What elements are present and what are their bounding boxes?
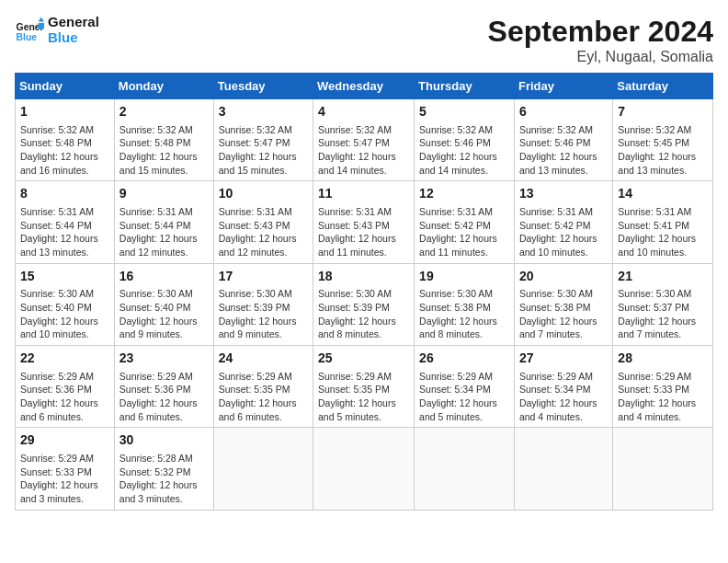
day-number: 1: [20, 103, 109, 121]
day-number: 26: [419, 350, 509, 368]
day-info-line: Sunrise: 5:29 AM: [419, 370, 509, 384]
day-info-line: Sunset: 5:43 PM: [219, 219, 308, 233]
day-number: 14: [618, 185, 708, 203]
svg-marker-3: [39, 23, 44, 29]
day-number: 10: [219, 185, 308, 203]
day-info-line: and 13 minutes.: [20, 246, 109, 259]
day-info-line: and 14 minutes.: [318, 164, 409, 178]
day-info-line: Daylight: 12 hours: [318, 315, 409, 328]
day-info-line: Sunrise: 5:29 AM: [20, 370, 109, 384]
calendar-cell: 14Sunrise: 5:31 AMSunset: 5:41 PMDayligh…: [613, 181, 713, 263]
calendar-cell: 24Sunrise: 5:29 AMSunset: 5:35 PMDayligh…: [213, 346, 313, 428]
calendar-subtitle: Eyl, Nugaal, Somalia: [488, 49, 713, 65]
day-info-line: Sunrise: 5:31 AM: [318, 205, 409, 219]
day-info-line: and 12 minutes.: [119, 246, 209, 259]
day-info-line: Daylight: 12 hours: [219, 315, 308, 328]
day-number: 11: [318, 185, 409, 203]
day-info-line: and 13 minutes.: [618, 164, 708, 178]
calendar-cell: 4Sunrise: 5:32 AMSunset: 5:47 PMDaylight…: [313, 99, 415, 181]
calendar-cell: 5Sunrise: 5:32 AMSunset: 5:46 PMDaylight…: [415, 99, 515, 181]
logo-icon: General Blue: [15, 16, 44, 45]
calendar-cell: 16Sunrise: 5:30 AMSunset: 5:40 PMDayligh…: [114, 263, 213, 345]
day-info-line: Sunrise: 5:32 AM: [219, 123, 308, 137]
day-number: 18: [318, 268, 409, 286]
day-info-line: and 7 minutes.: [519, 327, 608, 341]
day-info-line: Daylight: 12 hours: [20, 478, 109, 492]
day-info-line: Daylight: 12 hours: [618, 150, 708, 164]
day-info-line: and 12 minutes.: [219, 246, 308, 259]
day-info-line: Sunset: 5:42 PM: [519, 219, 608, 233]
day-number: 23: [119, 350, 209, 368]
day-info-line: and 10 minutes.: [618, 246, 708, 259]
calendar-cell: 12Sunrise: 5:31 AMSunset: 5:42 PMDayligh…: [415, 181, 515, 263]
day-info-line: Daylight: 12 hours: [119, 150, 209, 164]
day-info-line: Sunset: 5:48 PM: [119, 136, 209, 150]
day-info-line: Sunrise: 5:31 AM: [618, 205, 708, 219]
day-info-line: Daylight: 12 hours: [519, 150, 608, 164]
calendar-cell: 22Sunrise: 5:29 AMSunset: 5:36 PMDayligh…: [16, 346, 115, 428]
day-info-line: Sunrise: 5:32 AM: [318, 123, 409, 137]
day-info-line: and 9 minutes.: [119, 327, 209, 341]
day-number: 22: [20, 350, 109, 368]
day-info-line: and 10 minutes.: [20, 327, 109, 341]
day-info-line: and 4 minutes.: [618, 410, 708, 424]
day-info-line: Sunset: 5:47 PM: [318, 136, 409, 150]
day-info-line: Daylight: 12 hours: [119, 232, 209, 246]
day-info-line: and 5 minutes.: [318, 410, 409, 424]
day-number: 29: [20, 431, 109, 450]
day-info-line: and 6 minutes.: [20, 410, 109, 424]
calendar-cell: 10Sunrise: 5:31 AMSunset: 5:43 PMDayligh…: [213, 181, 313, 263]
day-info-line: Sunrise: 5:32 AM: [419, 123, 509, 137]
day-info-line: Daylight: 12 hours: [419, 150, 509, 164]
day-number: 15: [20, 268, 109, 286]
calendar-week-row: 1Sunrise: 5:32 AMSunset: 5:48 PMDaylight…: [16, 99, 713, 181]
day-info-line: Sunrise: 5:30 AM: [618, 287, 708, 301]
calendar-week-row: 29Sunrise: 5:29 AMSunset: 5:33 PMDayligh…: [16, 428, 713, 510]
day-info-line: Daylight: 12 hours: [119, 315, 209, 328]
day-number: 24: [219, 350, 308, 368]
calendar-week-row: 22Sunrise: 5:29 AMSunset: 5:36 PMDayligh…: [16, 346, 713, 428]
header-day: Tuesday: [213, 74, 313, 99]
calendar-table: SundayMondayTuesdayWednesdayThursdayFrid…: [15, 73, 713, 511]
day-info-line: Sunset: 5:36 PM: [20, 383, 109, 396]
calendar-cell: 25Sunrise: 5:29 AMSunset: 5:35 PMDayligh…: [313, 346, 415, 428]
day-info-line: and 10 minutes.: [519, 246, 608, 259]
header-day: Saturday: [613, 74, 713, 99]
header-day: Friday: [514, 74, 612, 99]
day-info-line: Sunrise: 5:29 AM: [318, 370, 409, 384]
day-info-line: Sunrise: 5:31 AM: [219, 205, 308, 219]
day-info-line: and 15 minutes.: [219, 164, 308, 178]
calendar-cell: 6Sunrise: 5:32 AMSunset: 5:46 PMDaylight…: [514, 99, 612, 181]
day-info-line: Sunset: 5:38 PM: [519, 301, 608, 315]
calendar-cell: 29Sunrise: 5:29 AMSunset: 5:33 PMDayligh…: [16, 428, 115, 510]
day-number: 4: [318, 103, 409, 121]
day-info-line: Daylight: 12 hours: [618, 232, 708, 246]
day-info-line: Daylight: 12 hours: [20, 315, 109, 328]
day-info-line: Sunrise: 5:29 AM: [618, 370, 708, 384]
calendar-cell: 23Sunrise: 5:29 AMSunset: 5:36 PMDayligh…: [114, 346, 213, 428]
svg-marker-2: [39, 17, 44, 21]
svg-text:Blue: Blue: [17, 32, 38, 42]
day-info-line: Sunrise: 5:32 AM: [20, 123, 109, 137]
calendar-cell: 7Sunrise: 5:32 AMSunset: 5:45 PMDaylight…: [613, 99, 713, 181]
calendar-cell: 30Sunrise: 5:28 AMSunset: 5:32 PMDayligh…: [114, 428, 213, 510]
day-info-line: and 3 minutes.: [119, 492, 209, 506]
day-info-line: Sunrise: 5:31 AM: [519, 205, 608, 219]
day-number: 30: [119, 431, 209, 450]
day-info-line: Sunset: 5:48 PM: [20, 136, 109, 150]
calendar-cell: 21Sunrise: 5:30 AMSunset: 5:37 PMDayligh…: [613, 263, 713, 345]
day-info-line: Sunset: 5:45 PM: [618, 136, 708, 150]
day-number: 16: [119, 268, 209, 286]
day-info-line: Sunrise: 5:29 AM: [219, 370, 308, 384]
day-info-line: Daylight: 12 hours: [20, 396, 109, 410]
calendar-cell: [415, 428, 515, 510]
calendar-cell: [213, 428, 313, 510]
calendar-week-row: 15Sunrise: 5:30 AMSunset: 5:40 PMDayligh…: [16, 263, 713, 345]
day-info-line: Daylight: 12 hours: [318, 150, 409, 164]
day-info-line: Sunrise: 5:30 AM: [318, 287, 409, 301]
day-info-line: Sunrise: 5:32 AM: [519, 123, 608, 137]
day-info-line: Daylight: 12 hours: [519, 232, 608, 246]
day-info-line: Sunset: 5:44 PM: [119, 219, 209, 233]
day-info-line: Daylight: 12 hours: [20, 150, 109, 164]
day-info-line: and 7 minutes.: [618, 327, 708, 341]
